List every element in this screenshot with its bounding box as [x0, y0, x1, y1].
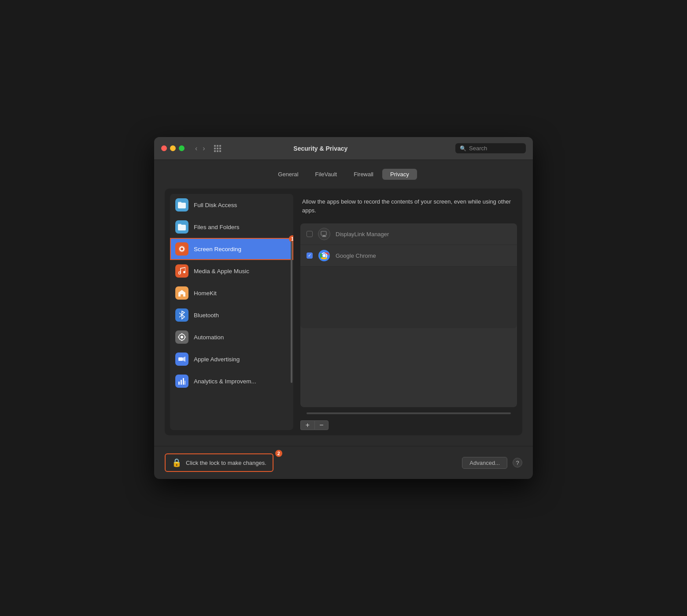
tabs-bar: General FileVault Firewall Privacy [165, 169, 522, 180]
chrome-app-icon [318, 249, 330, 262]
tab-privacy[interactable]: Privacy [382, 169, 417, 180]
svg-marker-15 [183, 356, 185, 362]
svg-rect-21 [323, 235, 325, 236]
bottom-bar: 🔒 Click the lock to make changes. 2 Adva… [154, 446, 533, 479]
music-icon [175, 264, 188, 278]
sidebar-item-full-disk-access[interactable]: Full Disk Access [170, 194, 293, 216]
chrome-checkbox[interactable]: ✓ [307, 252, 313, 259]
add-app-button[interactable]: + [300, 420, 314, 430]
minimize-button[interactable] [170, 145, 176, 151]
tab-general[interactable]: General [270, 169, 306, 180]
content-area: General FileVault Firewall Privacy Full … [154, 160, 533, 446]
homekit-icon [175, 286, 188, 300]
svg-rect-3 [178, 224, 181, 226]
sidebar-item-screen-recording[interactable]: Screen Recording 1 [170, 238, 293, 260]
search-box[interactable]: 🔍 Search [455, 143, 526, 153]
sidebar-item-automation[interactable]: Automation [170, 326, 293, 348]
empty-apps-area [300, 267, 517, 328]
svg-point-6 [181, 248, 183, 250]
svg-rect-14 [178, 357, 183, 361]
right-panel: Allow the apps below to record the conte… [300, 194, 517, 430]
svg-rect-17 [181, 380, 182, 385]
window-title: Security & Privacy [191, 145, 450, 152]
titlebar: ‹ › Security & Privacy 🔍 Search [154, 137, 533, 160]
analytics-icon [175, 375, 188, 388]
displaylink-app-name: DisplayLink Manager [336, 231, 389, 237]
sidebar-label-bluetooth: Bluetooth [194, 312, 219, 319]
svg-rect-18 [183, 378, 184, 385]
scrollbar[interactable] [291, 241, 292, 383]
add-remove-buttons: + − [300, 420, 517, 430]
chrome-app-name: Google Chrome [336, 252, 376, 259]
svg-rect-1 [178, 202, 181, 204]
tab-filevault[interactable]: FileVault [307, 169, 345, 180]
svg-rect-22 [322, 236, 326, 237]
main-window: ‹ › Security & Privacy 🔍 Search General … [154, 137, 533, 479]
sidebar-label-files-and-folders: Files and Folders [194, 224, 240, 230]
automation-icon [175, 330, 188, 344]
folder-icon [175, 220, 188, 234]
scroll-indicator [307, 412, 511, 414]
sidebar-label-screen-recording: Screen Recording [194, 246, 241, 252]
lock-label: Click the lock to make changes. [186, 460, 266, 466]
search-icon: 🔍 [460, 145, 466, 152]
checkmark-icon: ✓ [308, 253, 311, 258]
sidebar-item-files-and-folders[interactable]: Files and Folders [170, 216, 293, 238]
sidebar-label-automation: Automation [194, 334, 224, 341]
lock-button[interactable]: 🔒 Click the lock to make changes. [165, 453, 273, 472]
advertising-icon [175, 353, 188, 366]
traffic-lights [161, 145, 185, 151]
search-input[interactable]: Search [469, 145, 487, 152]
bluetooth-icon [175, 308, 188, 322]
description-text: Allow the apps below to record the conte… [300, 194, 517, 218]
sidebar-item-media-apple-music[interactable]: Media & Apple Music [170, 260, 293, 282]
svg-point-26 [323, 254, 326, 257]
svg-rect-16 [178, 382, 180, 385]
annotation-badge-2: 2 [275, 450, 282, 457]
svg-point-8 [181, 336, 183, 338]
sidebar-item-homekit[interactable]: HomeKit [170, 282, 293, 304]
sidebar-label-analytics: Analytics & Improvem... [194, 378, 256, 385]
advanced-button[interactable]: Advanced... [462, 457, 507, 469]
remove-app-button[interactable]: − [314, 420, 329, 430]
svg-point-7 [183, 271, 185, 273]
sidebar: Full Disk Access Files and Folders [170, 194, 293, 430]
main-panel: Full Disk Access Files and Folders [165, 189, 522, 435]
sidebar-label-homekit: HomeKit [194, 290, 217, 297]
sidebar-label-apple-advertising: Apple Advertising [194, 356, 240, 363]
apps-list: DisplayLink Manager ✓ [300, 223, 517, 407]
app-row-chrome: ✓ [300, 245, 517, 267]
sidebar-label-full-disk-access: Full Disk Access [194, 202, 237, 208]
svg-rect-19 [185, 381, 185, 385]
close-button[interactable] [161, 145, 167, 151]
maximize-button[interactable] [179, 145, 185, 151]
sidebar-item-apple-advertising[interactable]: Apple Advertising [170, 348, 293, 370]
tab-firewall[interactable]: Firewall [346, 169, 381, 180]
displaylink-checkbox[interactable] [307, 231, 313, 237]
sidebar-label-media-apple-music: Media & Apple Music [194, 268, 249, 275]
displaylink-app-icon [318, 228, 330, 240]
svg-rect-20 [321, 231, 326, 235]
app-row-displaylink: DisplayLink Manager [300, 223, 517, 245]
sidebar-item-bluetooth[interactable]: Bluetooth [170, 304, 293, 326]
lock-icon: 🔒 [172, 458, 181, 468]
record-icon [175, 242, 188, 256]
sidebar-item-analytics[interactable]: Analytics & Improvem... [170, 370, 293, 392]
help-button[interactable]: ? [513, 458, 522, 468]
folder-icon [175, 198, 188, 212]
